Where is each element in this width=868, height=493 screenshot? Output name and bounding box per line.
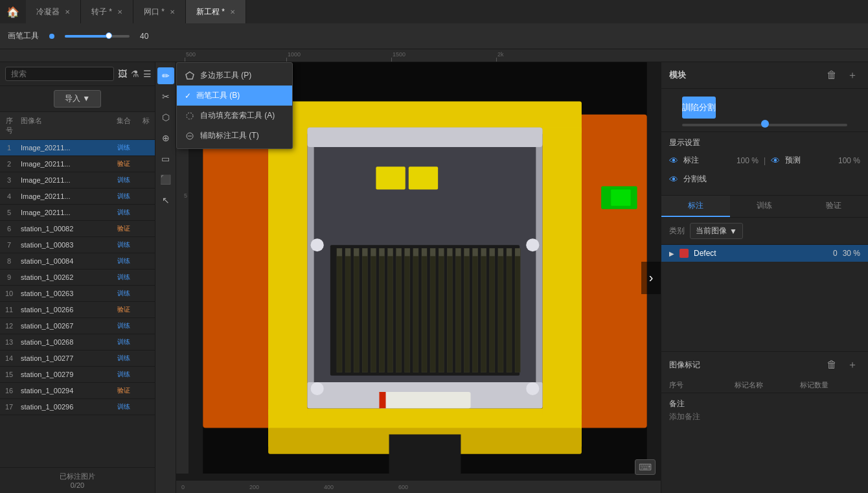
home-button[interactable]: 🏠 <box>0 0 26 23</box>
menu-item-brush[interactable]: ✓ 画笔工具 (B) <box>177 86 292 106</box>
svg-rect-48 <box>396 248 402 256</box>
table-row[interactable]: 16 station_1_00294 验证 <box>0 383 155 399</box>
defect-row[interactable]: ▶ Defect 0 30 % <box>661 245 868 262</box>
cursor-tool-button[interactable]: ↖ <box>157 192 174 209</box>
segline-label: 分割线 <box>683 171 707 187</box>
search-input[interactable] <box>5 67 114 81</box>
table-row[interactable]: 1 Image_20211... 训练 <box>0 140 155 156</box>
eye-icon-annotation[interactable]: 👁 <box>669 155 678 166</box>
svg-rect-54 <box>447 248 452 256</box>
keyboard-icon[interactable]: ⌨ <box>635 459 656 475</box>
tab-port[interactable]: 网口 * ✕ <box>133 0 186 23</box>
slider-thumb[interactable] <box>106 32 112 39</box>
svg-rect-19 <box>337 248 342 373</box>
eye-icon-segline[interactable]: 👁 <box>669 174 678 185</box>
table-row[interactable]: 6 station_1_00082 验证 <box>0 221 155 237</box>
svg-rect-21 <box>354 248 359 373</box>
edit-tool-button[interactable]: ✂ <box>157 88 174 105</box>
title-bar: 🏠 冷凝器 ✕ 转子 * ✕ 网口 * ✕ 新工程 * ✕ <box>0 0 868 23</box>
menu-item-polygon[interactable]: 多边形工具 (P) <box>177 65 292 86</box>
mark-label: 标注 <box>683 155 731 166</box>
defect-color-swatch <box>680 249 689 258</box>
brush-size-slider[interactable] <box>65 35 130 38</box>
tab-validate[interactable]: 验证 <box>799 196 868 217</box>
brush-tool-button[interactable]: ✏ <box>157 67 174 84</box>
svg-rect-20 <box>345 248 350 373</box>
tab-train[interactable]: 训练 <box>730 196 799 217</box>
svg-rect-57 <box>473 248 478 256</box>
table-row[interactable]: 12 station_1_00267 训练 <box>0 318 155 334</box>
canvas-area: ✏ ✂ ⬡ ⊕ ▭ ⬛ ↖ 多边形工具 (P) ✓ 画笔工具 (B) <box>155 62 661 493</box>
table-row[interactable]: 4 Image_20211... 训练 <box>0 189 155 205</box>
tab-new-project[interactable]: 新工程 * ✕ <box>186 0 246 23</box>
import-button[interactable]: 导入 ▼ <box>54 90 101 108</box>
import-label: 导入 <box>65 94 80 103</box>
table-row[interactable]: 8 station_1_00084 训练 <box>0 253 155 269</box>
cross-tool-button[interactable]: ⊕ <box>157 130 174 146</box>
tool-dot <box>49 34 54 39</box>
table-row[interactable]: 3 Image_20211... 训练 <box>0 172 155 189</box>
table-row[interactable]: 11 station_1_00266 验证 <box>0 302 155 318</box>
table-row[interactable]: 17 station_1_00296 训练 <box>0 399 155 415</box>
table-row[interactable]: 9 station_1_00262 训练 <box>0 269 155 286</box>
class-select[interactable]: 当前图像 ▼ <box>690 223 743 239</box>
lasso-tool-button[interactable]: ⬛ <box>157 171 174 188</box>
next-image-button[interactable]: › <box>641 262 661 294</box>
class-select-value: 当前图像 <box>696 225 727 236</box>
image-icon[interactable]: 🖼 <box>118 66 127 82</box>
marks-title: 图像标记 <box>669 360 700 371</box>
svg-rect-29 <box>422 248 427 373</box>
mark-pct: 100 % <box>737 156 759 165</box>
segment-slider-thumb[interactable] <box>761 120 769 128</box>
module-actions: 🗑 ＋ <box>824 67 860 83</box>
add-mark-button[interactable]: ＋ <box>845 357 860 373</box>
table-row[interactable]: 10 station_1_00263 训练 <box>0 286 155 302</box>
svg-rect-49 <box>405 248 410 256</box>
notes-title: 备注 <box>669 399 685 408</box>
menu-item-autofill[interactable]: 自动填充套索工具 (A) <box>177 106 292 126</box>
list-icon[interactable]: ☰ <box>143 66 152 82</box>
menu-item-helper[interactable]: 辅助标注工具 (T) <box>177 126 292 146</box>
table-row[interactable]: 7 station_1_00083 训练 <box>0 237 155 253</box>
tab-label: 新工程 * <box>196 6 225 17</box>
close-icon[interactable]: ✕ <box>170 8 175 16</box>
table-row[interactable]: 13 station_1_00268 训练 <box>0 334 155 350</box>
close-icon[interactable]: ✕ <box>230 8 235 16</box>
svg-rect-67 <box>379 392 470 408</box>
notes-input[interactable] <box>669 412 860 421</box>
filter-icon[interactable]: ⚗ <box>131 66 139 82</box>
table-row[interactable]: 2 Image_20211... 验证 <box>0 156 155 172</box>
tab-annotate[interactable]: 标注 <box>661 196 730 217</box>
eye-icon-predict[interactable]: 👁 <box>771 155 780 166</box>
data-table: 序号 图像名 集合 标 1 Image_20211... 训练 2 Image_… <box>0 112 155 467</box>
table-row[interactable]: 5 Image_20211... 训练 <box>0 205 155 221</box>
svg-rect-27 <box>405 248 410 373</box>
svg-rect-53 <box>439 248 444 256</box>
close-icon[interactable]: ✕ <box>65 8 70 16</box>
table-row[interactable]: 14 station_1_00277 训练 <box>0 350 155 367</box>
svg-rect-59 <box>490 248 495 256</box>
svg-rect-26 <box>396 248 402 373</box>
bottom-ruler: 0 200 400 600 <box>176 480 661 493</box>
expand-icon[interactable]: ▶ <box>669 250 674 257</box>
polygon-tool-button[interactable]: ⬡ <box>157 109 174 126</box>
table-row[interactable]: 15 station_1_00279 训练 <box>0 367 155 383</box>
add-module-button[interactable]: ＋ <box>845 67 860 83</box>
left-panel: 🖼 ⚗ ☰ 🎧 导入 ▼ 序号 图像名 集合 标 1 Image_20211..… <box>0 62 155 493</box>
th-set: 集合 <box>111 115 137 137</box>
close-icon[interactable]: ✕ <box>117 8 122 16</box>
check-icon: ✓ <box>185 91 191 100</box>
th-mark: 标 <box>137 115 155 137</box>
tab-rotor[interactable]: 转子 * ✕ <box>81 0 133 23</box>
marks-th-seq: 序号 <box>669 380 729 390</box>
segment-button[interactable]: 訓陷分割 <box>682 97 716 119</box>
delete-module-button[interactable]: 🗑 <box>824 67 839 83</box>
svg-point-69 <box>311 238 324 251</box>
delete-mark-button[interactable]: 🗑 <box>824 357 839 373</box>
tab-condenser[interactable]: 冷凝器 ✕ <box>26 0 81 23</box>
class-label: 类别 <box>669 225 685 236</box>
rect-tool-button[interactable]: ▭ <box>157 150 174 167</box>
spacer <box>661 262 868 351</box>
svg-rect-16 <box>308 128 543 147</box>
segment-slider[interactable] <box>682 124 847 126</box>
